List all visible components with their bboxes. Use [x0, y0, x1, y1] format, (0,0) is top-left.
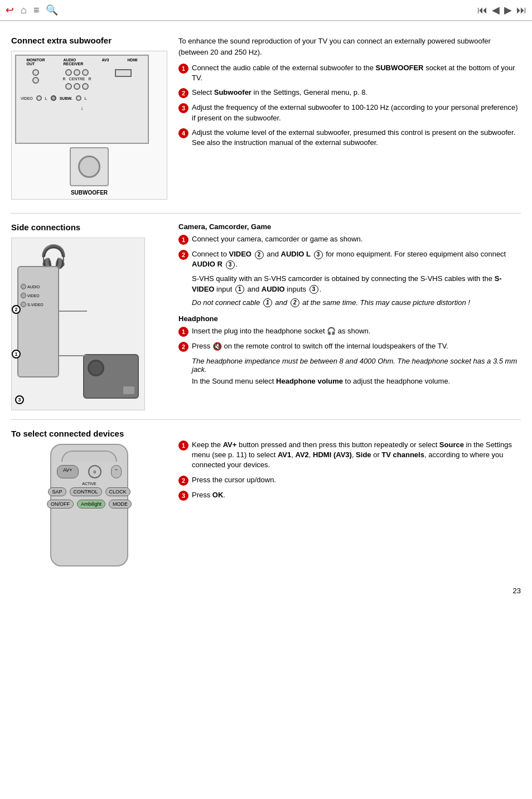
mute-icon: 🔇 [212, 341, 222, 352]
video-port [36, 95, 42, 101]
next-icon[interactable]: ▶ [504, 4, 512, 16]
remote-bottom-spacer [57, 512, 122, 529]
zero-label: 0 [94, 469, 96, 474]
do-not-connect-note: Do not connect cable 1 and 2 at the same… [192, 298, 521, 308]
step-num-2: 2 [178, 88, 188, 98]
camera-step-2: 2 Connect to VIDEO 2 and AUDIO L 3 for m… [178, 249, 521, 269]
remote-mid-btn-row: SAP CONTROL CLOCK [57, 487, 122, 496]
sel-step-num-1: 1 [178, 440, 188, 451]
on-off-btn[interactable]: ON/OFF [47, 500, 74, 509]
select-devices-title: To select connected devices [11, 429, 167, 438]
subwoofer-step-4: 4 Adjust the volume level of the externa… [178, 128, 521, 148]
side-steps-area: Camera, Camcorder, Game 1 Connect your c… [178, 222, 521, 410]
select-step-2: 2 Press the cursor up/down. [178, 475, 521, 486]
minus-label: – [115, 467, 118, 472]
hdmi-label: HDMI [128, 58, 138, 66]
select-devices-steps: 1 Keep the AV+ button pressed and then p… [178, 429, 521, 566]
side-section-title: Side connections [11, 222, 167, 232]
cable-audio [59, 355, 87, 356]
skip-last-icon[interactable]: ⏭ [516, 4, 526, 16]
side-diagram-area: Side connections 🎧 AUDIO VIDE [11, 222, 167, 410]
step-4-text: Adjust the volume level of the external … [192, 128, 521, 148]
l-label: L [45, 96, 47, 100]
subwoofer-step-3: 3 Adjust the frequency of the external s… [178, 103, 521, 123]
hp-step-2-text: Press 🔇 on the remote control to switch … [192, 341, 448, 352]
port-circle-3 [65, 69, 72, 76]
side-panel-diagram: 🎧 AUDIO VIDEO [11, 238, 145, 410]
select-step-3: 3 Press OK. [178, 490, 521, 501]
sel-step-2-text: Press the cursor up/down. [192, 475, 276, 485]
menu-icon[interactable]: ≡ [33, 4, 40, 16]
camera-device [83, 354, 139, 399]
monitor-out-label: MONITOROUT [27, 58, 45, 66]
zero-btn[interactable]: 0 [88, 465, 101, 478]
remote-body: AV+ 0 – ACTIVE SAP [50, 444, 128, 566]
back-icon[interactable]: ↩ [6, 4, 14, 16]
audio-receiver-label: AUDIORECEIVER [64, 58, 84, 66]
inline-num-2b: 2 [291, 298, 299, 307]
sel-step-3-text: Press OK. [192, 490, 225, 500]
section-select-devices: To select connected devices AV+ 0 [11, 420, 521, 575]
subwoofer-step-1: 1 Connect the audio cable of the externa… [178, 63, 521, 83]
port-circle-2 [32, 77, 39, 84]
active-label: ACTIVE [57, 482, 122, 486]
video-port-row: VIDEO [21, 293, 43, 298]
cam-step-2-text: Connect to VIDEO 2 and AUDIO L 3 for mon… [192, 249, 521, 269]
subwoofer-speaker [78, 156, 100, 178]
svideo-port [21, 302, 26, 307]
tv-back-panel-diagram: MONITOROUT AUDIORECEIVER AV3 HDMI [11, 51, 167, 200]
skip-first-icon[interactable]: ⏮ [477, 4, 487, 16]
cam-step-1-text: Connect your camera, camcorder or game a… [192, 234, 362, 244]
hdmi-port [115, 69, 132, 90]
headphone-section-title: Headphone [178, 314, 521, 323]
main-content: Connect extra subwoofer MONITOROUT AUDIO… [0, 21, 532, 581]
subwoofer-steps-area: To enhance the sound reproduction of you… [178, 36, 521, 204]
port-circle-7 [74, 83, 80, 90]
home-icon[interactable]: ⌂ [21, 4, 27, 16]
step-2-text: Select Subwoofer in the Settings, Genera… [192, 88, 367, 98]
camera-section-title: Camera, Camcorder, Game [178, 222, 521, 231]
on-off-label: ON/OFF [51, 501, 70, 507]
subwoofer-description: To enhance the sound reproduction of you… [178, 36, 521, 57]
section-side-connections: Side connections 🎧 AUDIO VIDE [11, 214, 521, 420]
sap-btn[interactable]: SAP [48, 487, 66, 496]
headphone-step-1: 1 Insert the plug into the headphone soc… [178, 326, 521, 337]
r-label: R [63, 77, 66, 81]
inline-num-1b: 1 [263, 298, 272, 307]
camera-grip [123, 386, 134, 394]
select-step-1: 1 Keep the AV+ button pressed and then p… [178, 440, 521, 471]
tv-side-body: AUDIO VIDEO S-VIDEO [17, 266, 59, 377]
audio-label: AUDIO [27, 285, 40, 289]
prev-icon[interactable]: ◀ [492, 4, 500, 16]
cable-video [59, 311, 87, 312]
ambilight-btn[interactable]: Ambilight [77, 500, 105, 509]
badge-1: 1 [12, 350, 21, 359]
camera-step-1: 1 Connect your camera, camcorder or game… [178, 234, 521, 245]
section-connect-subwoofer: Connect extra subwoofer MONITOROUT AUDIO… [11, 27, 521, 214]
inline-num-2a: 2 [255, 250, 264, 259]
sap-label: SAP [52, 489, 62, 495]
audio-port [21, 284, 26, 289]
control-btn[interactable]: CONTROL [70, 487, 102, 496]
mode-label: MODE [113, 501, 128, 507]
step-num-1: 1 [178, 64, 188, 74]
step-3-text: Adjust the frequency of the external sub… [192, 103, 521, 123]
search-icon[interactable]: 🔍 [46, 4, 58, 16]
remote-top-btn-row: AV+ 0 – [57, 465, 122, 478]
av3-label: AV3 [101, 58, 109, 66]
hp-step-num-1: 1 [178, 327, 188, 337]
clock-btn[interactable]: CLOCK [105, 487, 130, 496]
headphone-impedance-note: The headphone impedance must be between … [192, 357, 521, 374]
av-plus-btn[interactable]: AV+ [57, 465, 79, 478]
subwoofer-box [70, 147, 109, 186]
video-port-side [21, 293, 26, 298]
top-navigation: ↩ ⌂ ≡ 🔍 ⏮ ◀ ▶ ⏭ [0, 0, 532, 21]
port-circle-1 [32, 69, 39, 76]
audio-port-row: AUDIO [21, 284, 43, 289]
panel-labels: MONITOROUT AUDIORECEIVER AV3 HDMI [16, 56, 148, 66]
mode-btn[interactable]: MODE [109, 500, 132, 509]
clock-label: CLOCK [109, 489, 127, 495]
control-label: CONTROL [74, 489, 98, 495]
minus-btn[interactable]: – [111, 465, 122, 478]
subwoofer-label: SUBWOOFER [15, 190, 163, 196]
